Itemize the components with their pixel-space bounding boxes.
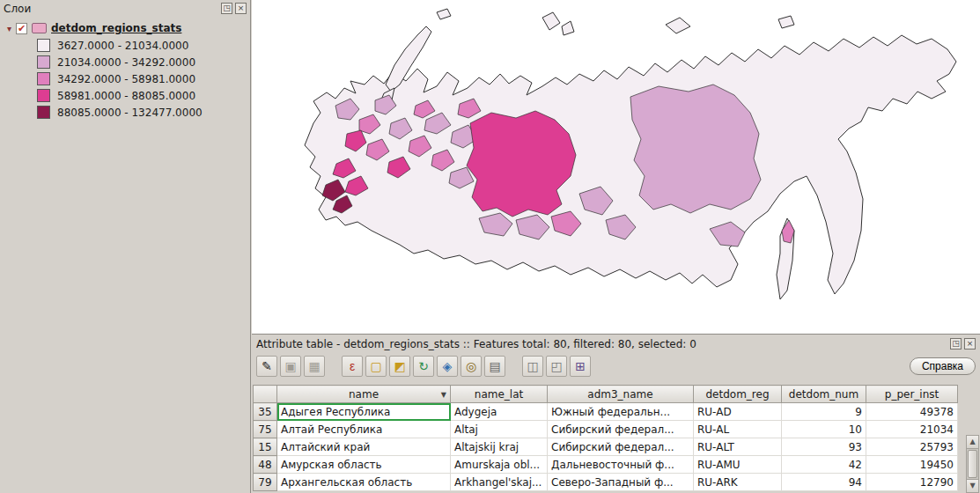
cell-adm3_name[interactable]: Южный федеральн... [548, 403, 694, 421]
cell-detdom_num[interactable]: 10 [782, 421, 866, 438]
cell-detdom_reg[interactable]: RU-AMU [694, 456, 782, 474]
attribute-table-title: Attribute table - detdom_regions_stats :… [256, 338, 947, 350]
copy-selected-rows-icon[interactable]: ◫ [522, 356, 543, 377]
layer-item[interactable]: ▾ ✔ detdom_regions_stats [0, 17, 250, 37]
cell-name_lat[interactable]: Arkhangel'skaj... [451, 474, 548, 491]
unselect-all-icon[interactable]: ▢ [365, 356, 387, 377]
legend-item: 88085.0000 - 132477.0000 [0, 104, 250, 121]
column-header-name_lat[interactable]: name_lat [451, 386, 548, 403]
scrollbar-thumb[interactable] [968, 450, 977, 478]
cell-p_per_inst[interactable]: 21034 [866, 421, 958, 438]
table-row: 75Алтай РеспубликаAltajСибирский федерал… [254, 421, 958, 438]
legend-label: 58981.0000 - 88085.0000 [57, 90, 195, 102]
legend-label: 3627.0000 - 21034.0000 [57, 40, 188, 52]
float-panel-icon[interactable]: ◳ [221, 3, 232, 14]
attr-table-body: 35Адыгея РеспубликаAdygejaЮжный федераль… [254, 403, 958, 491]
expander-icon[interactable]: ▾ [7, 24, 11, 33]
legend-swatch [37, 55, 50, 69]
map-canvas[interactable] [252, 0, 980, 335]
table-row: 35Адыгея РеспубликаAdygejaЮжный федераль… [254, 403, 958, 421]
row-number-cell[interactable]: 48 [254, 456, 277, 474]
cell-detdom_num[interactable]: 94 [782, 474, 866, 491]
cell-adm3_name[interactable]: Сибирский федерал... [548, 421, 694, 438]
select-features-icon[interactable]: ◎ [461, 356, 482, 377]
column-header-detdom_num[interactable]: detdom_num [782, 386, 866, 403]
table-row: 79Архангельская областьArkhangel'skaj...… [254, 474, 958, 491]
row-number-cell[interactable]: 79 [254, 474, 277, 491]
close-panel-icon[interactable]: × [235, 3, 247, 14]
help-button[interactable]: Справка [910, 357, 976, 375]
cell-p_per_inst[interactable]: 25793 [866, 438, 958, 456]
corner-header-cell[interactable] [254, 386, 277, 403]
cell-detdom_reg[interactable]: RU-AL [694, 421, 782, 438]
paste-rows-icon[interactable]: ◰ [546, 356, 567, 377]
field-calculator-icon[interactable]: ⊞ [570, 356, 591, 377]
cell-p_per_inst[interactable]: 12790 [866, 474, 958, 491]
table-row: 15Алтайский крайAltajskij krajСибирский … [254, 438, 958, 456]
layer-name[interactable]: detdom_regions_stats [51, 22, 181, 34]
cell-detdom_reg[interactable]: RU-ALT [694, 438, 782, 456]
cell-detdom_num[interactable]: 42 [782, 456, 866, 474]
sort-indicator-icon[interactable]: ▼ [441, 391, 446, 399]
cell-adm3_name[interactable]: Сибирский федерал... [548, 438, 694, 456]
layers-panel-title: Слои [4, 3, 218, 15]
legend-item: 3627.0000 - 21034.0000 [0, 37, 250, 54]
cell-name[interactable]: Архангельская область [277, 474, 451, 491]
legend-swatch [37, 106, 50, 119]
column-header-name[interactable]: name▼ [277, 386, 451, 403]
vertical-scrollbar[interactable]: ▲ ▼ [966, 435, 979, 493]
layers-panel: Слои ◳ × ▾ ✔ detdom_regions_stats 3627.0… [0, 0, 251, 493]
legend-item: 34292.0000 - 58981.0000 [0, 70, 250, 87]
legend-swatch [37, 39, 50, 52]
cell-name_lat[interactable]: Altajskij kraj [451, 438, 548, 456]
island [778, 16, 794, 28]
cell-name[interactable]: Адыгея Республика [277, 403, 451, 421]
zoom-to-selected-icon[interactable]: ◈ [437, 356, 458, 377]
polygon-layer-icon [32, 23, 47, 33]
cell-detdom_reg[interactable]: RU-ARK [694, 474, 782, 491]
legend-item: 58981.0000 - 88085.0000 [0, 87, 250, 104]
close-window-icon[interactable]: × [964, 338, 976, 350]
cell-adm3_name[interactable]: Северо-Западный ф... [548, 474, 694, 491]
russia-choropleth-map [252, 0, 980, 335]
legend-label: 21034.0000 - 34292.0000 [57, 56, 195, 69]
toggle-editing-icon[interactable]: ✎ [256, 356, 277, 377]
cell-name_lat[interactable]: Amurskaja obl... [451, 456, 548, 474]
map-region [467, 111, 576, 217]
float-window-icon[interactable]: ◳ [950, 338, 962, 350]
pan-to-selected-icon[interactable]: ↻ [413, 356, 434, 377]
scroll-up-icon[interactable]: ▲ [967, 436, 978, 449]
cell-p_per_inst[interactable]: 19450 [866, 456, 958, 474]
cell-detdom_num[interactable]: 9 [782, 403, 866, 421]
open-form-icon[interactable]: ▤ [484, 356, 505, 377]
cell-detdom_reg[interactable]: RU-AD [694, 403, 782, 421]
island [542, 12, 560, 30]
row-number-cell[interactable]: 75 [254, 421, 277, 438]
row-number-cell[interactable]: 35 [254, 403, 277, 421]
delete-selected-icon[interactable]: ▦ [304, 356, 325, 377]
layer-visibility-checkbox[interactable]: ✔ [16, 23, 27, 34]
invert-selection-icon[interactable]: ◩ [389, 356, 410, 377]
legend-label: 34292.0000 - 58981.0000 [57, 73, 195, 85]
select-by-expression-icon[interactable]: ε [342, 356, 363, 377]
cell-name[interactable]: Алтай Республика [277, 421, 451, 438]
attribute-table-titlebar: Attribute table - detdom_regions_stats :… [252, 335, 980, 353]
cell-detdom_num[interactable]: 93 [782, 438, 866, 456]
cell-name[interactable]: Алтайский край [277, 438, 451, 456]
column-header-p_per_inst[interactable]: p_per_inst [866, 386, 958, 403]
cell-name_lat[interactable]: Altaj [451, 421, 548, 438]
island [666, 18, 690, 33]
cell-name_lat[interactable]: Adygeja [451, 403, 548, 421]
attr-table-header-row: name▼name_latadm3_namedetdom_regdetdom_n… [254, 386, 958, 403]
save-edits-icon[interactable]: ▣ [280, 356, 301, 377]
row-number-cell[interactable]: 15 [254, 438, 277, 456]
cell-p_per_inst[interactable]: 49378 [866, 403, 958, 421]
scroll-down-icon[interactable]: ▼ [967, 479, 978, 492]
column-header-adm3_name[interactable]: adm3_name [548, 386, 694, 403]
cell-name[interactable]: Амурская область [277, 456, 451, 474]
legend-label: 88085.0000 - 132477.0000 [57, 107, 203, 119]
cell-adm3_name[interactable]: Дальневосточный ф... [548, 456, 694, 474]
legend-swatch [37, 89, 50, 102]
column-header-detdom_reg[interactable]: detdom_reg [694, 386, 782, 403]
attribute-table: name▼name_latadm3_namedetdom_regdetdom_n… [253, 385, 979, 493]
